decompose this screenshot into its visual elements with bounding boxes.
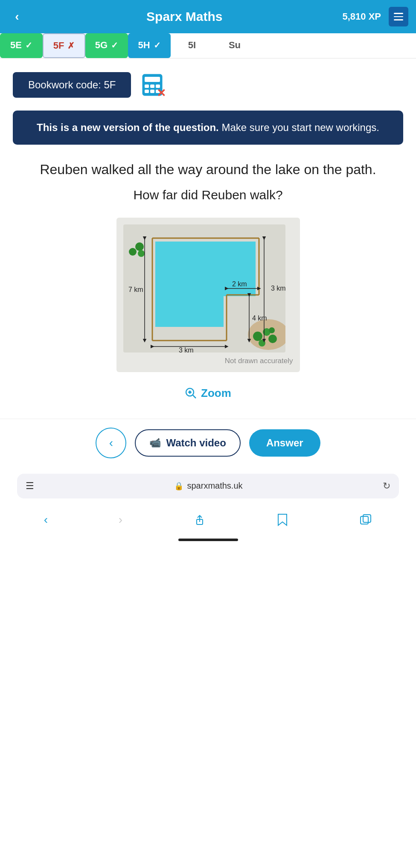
nav-tabs-button[interactable]: [356, 510, 375, 530]
svg-line-35: [193, 395, 196, 398]
diagram-container: 3 km 2 km 7 km 4 km 3 km: [13, 218, 403, 372]
zoom-button[interactable]: Zoom: [185, 387, 231, 400]
svg-point-17: [269, 327, 275, 333]
home-indicator: [178, 539, 238, 541]
url-bar[interactable]: 🔒 sparxmaths.uk: [40, 481, 377, 491]
svg-rect-3: [150, 84, 154, 88]
svg-rect-6: [150, 90, 154, 93]
browser-bar-wrapper: ☰ 🔒 sparxmaths.uk ↻: [0, 467, 416, 502]
tab-5f-label: 5F: [53, 40, 64, 51]
tab-5h-label: 5H: [138, 40, 150, 51]
tab-5g[interactable]: 5G ✓: [85, 33, 128, 58]
tab-5e-check: ✓: [25, 40, 32, 50]
tab-5f-x: ✗: [67, 41, 75, 51]
svg-point-13: [253, 332, 262, 341]
svg-text:3 km: 3 km: [179, 347, 194, 352]
lock-icon: 🔒: [174, 481, 183, 491]
xp-display: 5,810 XP: [342, 11, 381, 22]
svg-rect-41: [361, 516, 368, 524]
tab-su[interactable]: Su: [213, 33, 256, 58]
header: ‹ Sparx Maths 5,810 XP: [0, 0, 416, 33]
tab-5e[interactable]: 5E ✓: [0, 33, 43, 58]
calc-x-icon: ✕: [157, 87, 166, 99]
menu-button[interactable]: [389, 7, 408, 26]
svg-point-11: [138, 250, 145, 257]
app-title: Sparx Maths: [146, 9, 222, 24]
svg-point-38: [189, 391, 191, 393]
nav-share-button[interactable]: [190, 510, 209, 530]
main-content: Bookwork code: 5F ✕ This is a new versio…: [0, 58, 416, 410]
nav-forward-button[interactable]: ›: [115, 510, 126, 530]
url-text: sparxmaths.uk: [187, 481, 242, 491]
header-back-button[interactable]: ‹: [8, 7, 26, 26]
bottom-nav: ‹ ›: [0, 502, 416, 534]
tab-5e-label: 5E: [10, 40, 22, 51]
bookmark-icon: [276, 513, 288, 526]
svg-text:3 km: 3 km: [271, 285, 285, 292]
menu-line-2: [394, 16, 403, 17]
svg-text:7 km: 7 km: [128, 286, 143, 293]
share-icon: [193, 513, 206, 526]
watch-video-label: Watch video: [166, 437, 226, 449]
zoom-row: Zoom: [13, 376, 403, 410]
svg-rect-1: [145, 77, 160, 82]
tab-5h[interactable]: 5H ✓: [128, 33, 171, 58]
tab-su-label: Su: [229, 40, 241, 51]
watch-video-button[interactable]: 📹 Watch video: [135, 429, 240, 457]
svg-point-15: [268, 335, 277, 343]
svg-point-16: [259, 340, 265, 347]
nav-bookmark-button[interactable]: [273, 510, 292, 530]
menu-line-1: [394, 13, 403, 14]
tab-bar: 5E ✓ 5F ✗ 5G ✓ 5H ✓ 5I Su: [0, 33, 416, 58]
svg-point-10: [129, 248, 137, 256]
calculator-icon-container: ✕: [139, 71, 166, 99]
tab-5i-label: 5I: [188, 40, 196, 51]
question-line2: How far did Reuben walk?: [13, 188, 403, 202]
svg-point-9: [135, 242, 144, 251]
tab-5h-check: ✓: [154, 40, 161, 50]
notice-bold: This is a new version of the question.: [37, 122, 219, 133]
lake-svg: 3 km 2 km 7 km 4 km 3 km: [123, 224, 285, 352]
browser-menu-icon: ☰: [26, 481, 34, 492]
video-camera-icon: 📹: [149, 437, 161, 449]
tab-5i[interactable]: 5I: [171, 33, 213, 58]
notice-banner: This is a new version of the question. M…: [13, 111, 403, 145]
menu-line-3: [394, 19, 403, 20]
zoom-icon: [185, 387, 197, 399]
notice-text: Make sure you start new workings.: [219, 122, 379, 133]
nav-back-button[interactable]: ‹: [41, 510, 51, 530]
header-right: 5,810 XP: [342, 7, 408, 26]
svg-text:4 km: 4 km: [252, 315, 267, 322]
not-drawn-label: Not drawn accurately: [123, 357, 293, 365]
action-bar: ‹ 📹 Watch video Answer: [0, 419, 416, 467]
answer-button[interactable]: Answer: [249, 429, 320, 457]
nav-back-icon: ‹: [44, 513, 48, 527]
diagram-box: 3 km 2 km 7 km 4 km 3 km: [116, 218, 300, 372]
tabs-icon: [359, 513, 372, 526]
svg-rect-2: [145, 84, 149, 88]
svg-text:2 km: 2 km: [232, 280, 247, 288]
question-line1: Reuben walked all the way around the lak…: [13, 160, 403, 179]
reload-icon[interactable]: ↻: [383, 481, 390, 492]
bookwork-row: Bookwork code: 5F ✕: [13, 71, 403, 99]
svg-rect-5: [145, 90, 149, 93]
browser-bar: ☰ 🔒 sparxmaths.uk ↻: [17, 474, 399, 498]
back-button[interactable]: ‹: [96, 428, 126, 458]
svg-rect-42: [363, 515, 371, 522]
bookwork-code-badge: Bookwork code: 5F: [13, 72, 131, 98]
tab-5f[interactable]: 5F ✗: [43, 33, 85, 58]
nav-forward-icon: ›: [119, 513, 122, 527]
tab-5g-label: 5G: [95, 40, 108, 51]
zoom-label: Zoom: [201, 387, 231, 400]
tab-5g-check: ✓: [111, 40, 118, 50]
